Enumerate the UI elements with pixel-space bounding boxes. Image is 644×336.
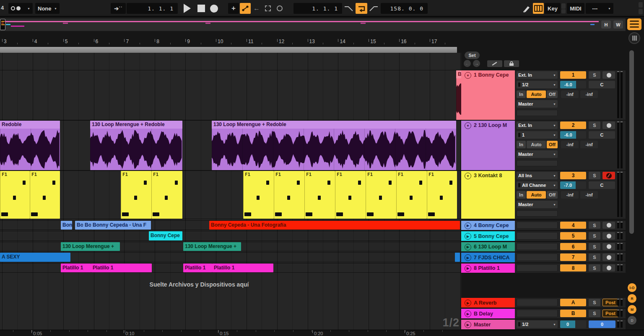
clip[interactable]: Bo — [83, 221, 91, 230]
track-name[interactable]: 7 FJDS CHICA — [474, 255, 509, 261]
input-routing-select[interactable]: Ext. In▼ — [517, 121, 558, 129]
play-button[interactable] — [182, 3, 192, 14]
bar-number[interactable]: 6 — [96, 39, 99, 44]
clip[interactable]: F1 — [243, 171, 274, 219]
clip[interactable] — [455, 253, 460, 262]
track-header[interactable]: ▶5 Bonny Cepe — [461, 231, 515, 241]
mixer-section-toggle[interactable]: M — [628, 305, 636, 314]
loop-start-display[interactable]: 1. 1. 1 — [293, 3, 342, 14]
bar-number[interactable]: 13 — [309, 39, 315, 44]
width-zoom-button[interactable]: W — [613, 21, 623, 28]
track-name[interactable]: 4 Bonny Cepe — [474, 222, 509, 228]
routing-box[interactable] — [517, 299, 558, 306]
cue-out-select[interactable]: 1/2▼ — [517, 320, 558, 328]
monitor-in-button[interactable]: In — [517, 191, 526, 199]
solo-button[interactable]: S — [589, 243, 600, 250]
clip[interactable]: F1 — [427, 171, 457, 219]
clip[interactable]: F1 — [366, 171, 396, 219]
solo-button[interactable]: S — [589, 121, 600, 129]
solo-button[interactable]: S — [589, 232, 600, 240]
track-number[interactable]: 1 — [560, 71, 586, 79]
stop-button[interactable] — [196, 3, 206, 14]
track-header[interactable]: ▶Master — [461, 320, 515, 329]
monitor-auto-button[interactable]: Auto — [527, 141, 546, 148]
link-button[interactable] — [487, 60, 502, 67]
track-number[interactable]: 7 — [560, 253, 586, 261]
io-section-toggle[interactable]: I-O — [628, 283, 636, 292]
track-number[interactable]: 5 — [560, 232, 586, 240]
expand-triangle-icon[interactable]: ▶ — [465, 254, 471, 261]
midi-map-button[interactable]: MIDI — [567, 3, 584, 14]
bar-number[interactable]: 15 — [370, 39, 376, 44]
clip[interactable]: Platillo 1 — [183, 264, 212, 272]
pre-post-toggle[interactable]: Post — [602, 299, 618, 306]
arm-button[interactable] — [602, 222, 615, 229]
time-signature[interactable]: 4 — [1, 5, 4, 16]
pan-field[interactable]: C — [589, 81, 615, 88]
expand-triangle-icon[interactable]: ▶ — [465, 310, 471, 317]
track-number[interactable]: 3 — [560, 172, 586, 179]
volume-field[interactable]: -7.0 — [560, 181, 586, 189]
track-header[interactable]: ▼1 Bonny Cepe — [461, 70, 515, 120]
routing-box[interactable] — [517, 264, 558, 271]
clip[interactable]: 130 Loop Merengue + Redoble — [90, 121, 182, 170]
returns-section-toggle[interactable]: R — [628, 294, 636, 303]
bar-number[interactable]: 10 — [218, 39, 223, 44]
routing-box[interactable] — [517, 253, 558, 261]
computer-midi-keyboard-button[interactable] — [533, 3, 544, 14]
clip[interactable]: F1 — [151, 171, 182, 219]
clip[interactable]: Bo — [75, 221, 83, 230]
routing-extra-box[interactable] — [517, 160, 558, 166]
pre-post-toggle[interactable]: Post — [602, 310, 618, 317]
expand-triangle-icon[interactable]: ▶ — [465, 265, 471, 272]
bar-ruler[interactable]: 34567891011121314151617 — [0, 37, 461, 47]
bar-number[interactable]: 11 — [248, 39, 253, 44]
output-routing-select[interactable]: Master▼ — [517, 201, 558, 208]
track-number[interactable]: A — [560, 299, 586, 306]
clip[interactable]: Platillo 1 — [61, 264, 91, 272]
solo-button[interactable]: S — [589, 222, 600, 229]
track-name[interactable]: 1 Bonny Cepe — [474, 72, 509, 78]
arm-button[interactable] — [602, 253, 615, 261]
input-channel-select[interactable]: 1▼ — [517, 131, 558, 139]
clip[interactable]: Bonny Cepeda - Una Fotografía — [209, 221, 460, 230]
bar-number[interactable]: 9 — [187, 39, 190, 44]
collapse-triangle-icon[interactable]: ▼ — [465, 122, 471, 129]
bar-number[interactable]: 7 — [126, 39, 129, 44]
input-channel-select[interactable]: 1/2▼ — [517, 81, 558, 88]
output-routing-select[interactable]: Master▼ — [517, 100, 558, 108]
follow-button[interactable]: ➔˙˙ — [111, 3, 126, 14]
track-name[interactable]: 5 Bonny Cepe — [474, 233, 509, 239]
clip[interactable]: Bonny Cepe — [149, 231, 182, 240]
monitor-auto-button[interactable]: Auto — [527, 90, 546, 98]
quantize-menu[interactable]: None ▼ — [35, 3, 60, 14]
loop-button[interactable] — [356, 3, 367, 14]
metronome-control[interactable]: ▼ — [8, 3, 33, 14]
clip[interactable]: Bon — [61, 221, 72, 230]
arm-button[interactable] — [602, 243, 615, 250]
arrangement-menu-icon[interactable] — [627, 18, 641, 30]
track-header[interactable]: ▶B Delay — [461, 309, 515, 318]
solo-button[interactable]: S — [589, 299, 600, 306]
clip[interactable]: F1 — [274, 171, 304, 219]
track-header[interactable]: ▼2 130 Loop M — [461, 121, 515, 170]
clip[interactable]: F1 — [30, 171, 60, 219]
prev-marker-button[interactable]: ← — [464, 60, 471, 67]
loop-length-display[interactable]: 158. 0. 0 — [381, 3, 428, 14]
solo-button[interactable]: S — [589, 253, 600, 261]
bar-number[interactable]: 17 — [431, 39, 437, 44]
track-number[interactable]: 4 — [560, 222, 586, 229]
solo-button[interactable]: S — [589, 264, 600, 271]
arrangement-overview[interactable]: H W — [0, 18, 626, 31]
delay-section-toggle[interactable]: D — [628, 316, 636, 325]
capture-button[interactable] — [274, 3, 285, 14]
punch-out-button[interactable] — [368, 3, 380, 14]
height-zoom-button[interactable]: H — [601, 21, 611, 28]
arrangement-position-display[interactable]: 1. 1. 1 — [127, 3, 178, 14]
clip[interactable]: 130 Loop Merengue + Redoble — [212, 121, 456, 170]
track-header[interactable]: ▶6 130 Loop M — [461, 242, 515, 251]
draw-mode-button[interactable] — [521, 3, 532, 14]
monitor-off-button[interactable]: Off — [547, 141, 558, 148]
clip[interactable]: Platillo 1 — [212, 264, 273, 272]
monitor-auto-button[interactable]: Auto — [527, 191, 546, 199]
